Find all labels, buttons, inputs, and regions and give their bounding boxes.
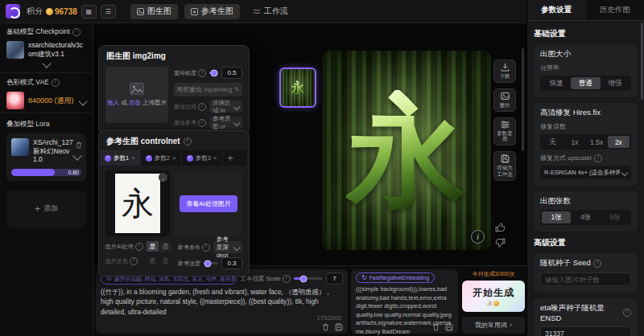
close-icon[interactable] (131, 154, 135, 162)
view-ai-processed-button[interactable]: 查看AI处理图片 (180, 195, 237, 212)
controlnet-tab-1[interactable]: 参数1 (100, 150, 141, 166)
resolution-normal[interactable]: 普通 (571, 77, 600, 89)
invert-toggle[interactable]: 是否 (147, 256, 171, 266)
info-icon[interactable] (623, 309, 631, 317)
ref-condition-select[interactable]: 参考景深 dept (213, 241, 242, 253)
app-logo-icon[interactable] (6, 4, 20, 18)
thumbs-down-icon[interactable] (495, 238, 506, 248)
redraw-ref-label: 重绘参考 (174, 119, 196, 127)
info-icon[interactable] (135, 243, 143, 251)
info-icon[interactable] (594, 154, 602, 162)
info-icon[interactable] (52, 79, 60, 87)
my-phrases-button[interactable]: 我的常用词 (462, 317, 525, 334)
denoise-slider[interactable] (209, 72, 218, 74)
upload-click-label: 点击 (129, 99, 141, 106)
lora-name: XSArchi_127新科幻Neov1.0 (33, 138, 81, 164)
feedback-buttons (495, 223, 506, 248)
ref-strength-value[interactable]: 0.3 (221, 257, 242, 269)
save-workflow-button[interactable]: 存储为工作流 (493, 151, 516, 181)
multiplier-1-5x[interactable]: 1.5x (586, 136, 608, 148)
trash-icon[interactable] (322, 323, 329, 331)
image-upload-dropzone[interactable]: 拖入 或 点击 上传图片 (105, 67, 168, 123)
generated-image[interactable]: 永 i (322, 51, 491, 250)
enabled-check-icon (146, 155, 152, 162)
denoise-value[interactable]: 0.5 (221, 67, 242, 79)
chevron-down-icon[interactable] (42, 59, 51, 68)
yes-option[interactable]: 是 (147, 241, 159, 252)
controlnet-reference-image[interactable]: 永 (105, 170, 170, 236)
vae-title: 色彩模式 VAE (6, 78, 49, 88)
negative-embedding-pill[interactable]: FastNegativeEmbedding (356, 272, 435, 283)
tab-reference-generate[interactable]: 参考生图 (184, 4, 240, 19)
resolution-fast[interactable]: 快速 (542, 77, 571, 89)
redraw-button[interactable]: 重绘 (493, 88, 516, 112)
canvas-scrollbar[interactable] (522, 48, 524, 151)
count-4[interactable]: 4张 (571, 211, 600, 223)
redraw-ref-select[interactable]: 参考原图 or (209, 117, 242, 129)
seed-input[interactable] (540, 272, 631, 286)
generate-cost: -8 (486, 301, 491, 306)
controlnet-tab-3[interactable]: 参数3 (182, 150, 223, 166)
info-icon[interactable] (130, 257, 138, 265)
controlnet-tab-2[interactable]: 参数2 (141, 150, 182, 166)
reference-image-preview: 永 (115, 174, 160, 233)
close-icon[interactable] (213, 154, 217, 162)
reuse-params-button[interactable]: 参数复用 (493, 117, 516, 146)
tab-img2img[interactable]: 图生图 (130, 4, 178, 19)
ref-strength-slider[interactable] (204, 262, 218, 264)
tab-parameter-settings[interactable]: 参数设置 (527, 0, 586, 20)
my-phrases-label: 我的常用词 (475, 321, 507, 330)
grid-view-button[interactable] (81, 5, 97, 18)
info-icon[interactable] (198, 69, 206, 77)
multiplier-1x[interactable]: 1x (564, 136, 585, 148)
info-icon[interactable] (184, 137, 192, 145)
download-button[interactable]: 下载 (493, 59, 516, 83)
controlnet-panel-title: 参考生图 controlnet (106, 136, 180, 147)
cfg-scale-slider[interactable] (294, 277, 323, 280)
info-icon[interactable] (198, 119, 206, 127)
save-icon[interactable] (445, 323, 453, 331)
remove-image-button[interactable] (159, 173, 167, 182)
info-icon[interactable] (72, 28, 80, 36)
info-icon[interactable] (202, 244, 210, 252)
basic-settings-section-label: 基础设置 (534, 28, 638, 39)
credits-label: 积分 (27, 6, 43, 17)
count-9[interactable]: 9张 (601, 211, 630, 223)
vae-selector[interactable]: 840000 (通用) (6, 92, 86, 109)
lora-weight-slider[interactable]: 0.80 (11, 169, 81, 176)
resolution-enhanced[interactable]: 增强 (601, 77, 630, 89)
generate-button[interactable]: 开始生成 -8 (462, 281, 525, 312)
inpainting-button[interactable]: 局部重绘 Inpainting (174, 83, 242, 96)
result-thumbnail[interactable]: 永 (279, 68, 316, 108)
multiplier-none[interactable]: 无 (542, 136, 564, 148)
redraw-area-select[interactable]: 涂抹区域 In (209, 100, 242, 113)
upscaler-value: R-ESRGAN 4x+ (适合多种风 (544, 169, 620, 177)
upscaler-select[interactable]: R-ESRGAN 4x+ (适合多种风 (540, 166, 631, 179)
info-icon[interactable] (283, 275, 291, 283)
trash-icon[interactable] (76, 137, 82, 152)
add-lora-button[interactable]: 添加 (6, 191, 86, 227)
sidebar-scrollbar[interactable] (641, 23, 643, 100)
close-icon[interactable] (172, 154, 176, 162)
advanced-settings-section-label: 高级设置 (534, 237, 638, 248)
lora-card[interactable]: XSArchi_127新科幻Neov1.0 0.80 (6, 133, 86, 181)
trash-icon[interactable] (432, 323, 440, 331)
ai-process-toggle[interactable]: 是否 (147, 241, 171, 252)
no-option[interactable]: 否 (159, 241, 171, 252)
checkpoint-card[interactable]: xsarchitecturalv3com建筑v3.1 (6, 41, 86, 59)
info-icon[interactable] (198, 103, 206, 111)
multiplier-2x[interactable]: 2x (608, 136, 630, 148)
tab-history[interactable]: 历史作图 (586, 0, 644, 20)
image-info-icon[interactable]: i (471, 230, 485, 244)
cfg-scale-value[interactable]: 7 (326, 272, 343, 285)
menu-button[interactable] (101, 5, 116, 18)
count-1[interactable]: 1张 (542, 211, 571, 223)
redraw-area-label: 重绘区域 (174, 103, 196, 111)
positive-prompt-text[interactable]: ((竹子)), in a blooming garden, (fresh and… (101, 287, 343, 317)
ensd-input[interactable] (540, 326, 631, 336)
add-controlnet-tab-button[interactable] (223, 150, 248, 166)
thumbs-up-icon[interactable] (495, 223, 506, 232)
info-icon[interactable] (593, 260, 601, 268)
save-icon[interactable] (335, 323, 343, 331)
tab-workflow[interactable]: 工作流 (246, 4, 295, 19)
